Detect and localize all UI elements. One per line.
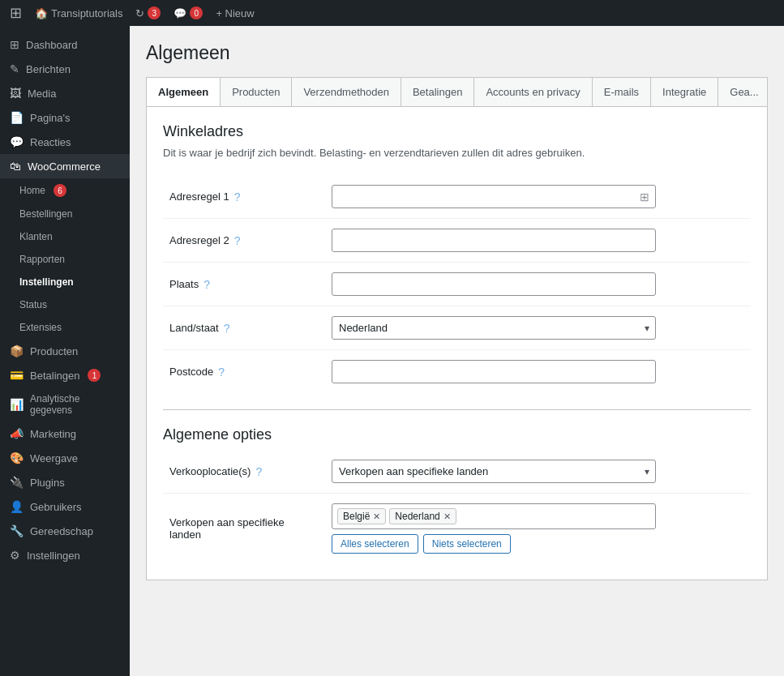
adminbar-updates-badge: 3 <box>148 6 161 19</box>
home-badge: 6 <box>54 184 66 197</box>
gebruikers-icon: 👤 <box>10 500 24 513</box>
plaats-help-icon[interactable]: ? <box>203 278 210 291</box>
winkeladres-table: Adresregel 1 ? ⊞ Adresregel 2 <box>163 175 751 393</box>
sidebar-submenu-status[interactable]: Status <box>0 293 130 316</box>
tab-producten[interactable]: Producten <box>221 78 292 106</box>
sidebar-item-label: Producten <box>30 345 78 357</box>
adminbar-updates[interactable]: ↻ 3 <box>135 6 161 19</box>
opties-title: Algemene opties <box>163 426 751 443</box>
wp-logo-icon[interactable]: ⊞ <box>10 4 22 22</box>
sidebar-item-gereedschap[interactable]: 🔧 Gereedschap <box>0 519 130 543</box>
verkooplocaties-select-wrapper: Verkopen aan specifieke landen Verkopen … <box>332 460 656 483</box>
adminbar-new[interactable]: + Nieuw <box>216 7 254 19</box>
sidebar-submenu-label: Bestellingen <box>19 208 72 220</box>
weergave-icon: 🎨 <box>10 451 24 464</box>
sidebar: ⊞ Dashboard ✎ Berichten 🖼 Media 📄 Pagina… <box>0 26 130 676</box>
sidebar-submenu-extensies[interactable]: Extensies <box>0 316 130 339</box>
sidebar-item-label: Instellingen <box>27 550 80 562</box>
sidebar-item-label: Gebruikers <box>30 501 82 513</box>
settings-panel: Winkeladres Dit is waar je bedrijf zich … <box>146 106 768 580</box>
sidebar-item-media[interactable]: 🖼 Media <box>0 81 130 105</box>
tag-belgie-remove[interactable]: ✕ <box>373 511 380 522</box>
sidebar-item-woocommerce[interactable]: 🛍 WooCommerce <box>0 154 130 178</box>
sidebar-submenu-instellingen[interactable]: Instellingen <box>0 271 130 293</box>
adresregel2-input[interactable] <box>332 229 656 252</box>
adresregel2-help-icon[interactable]: ? <box>234 234 241 247</box>
tab-integratie[interactable]: Integratie <box>651 78 718 106</box>
page-title: Algemeen <box>146 42 768 64</box>
adresregel1-input-wrapper: ⊞ <box>332 185 656 208</box>
verkopen-landen-row: Verkopen aan specifieke landen België ✕ … <box>163 494 751 564</box>
sidebar-item-analytische[interactable]: 📊 Analytische gegevens <box>0 387 130 421</box>
section-divider <box>163 409 751 410</box>
tab-betalingen[interactable]: Betalingen <box>401 78 474 106</box>
landen-tags-container[interactable]: België ✕ Nederland ✕ <box>332 503 656 529</box>
sidebar-item-reacties[interactable]: 💬 Reacties <box>0 130 130 154</box>
reacties-icon: 💬 <box>10 135 24 148</box>
betalingen-badge: 1 <box>88 369 101 382</box>
sidebar-item-marketing[interactable]: 📣 Marketing <box>0 421 130 446</box>
sidebar-submenu-label: Rapporten <box>19 254 65 265</box>
berichten-icon: ✎ <box>10 62 19 75</box>
woocommerce-submenu: Home 6 Bestellingen Klanten Rapporten In… <box>0 178 130 339</box>
adresregel2-label: Adresregel 2 <box>169 234 229 246</box>
sidebar-item-instellingen2[interactable]: ⚙ Instellingen <box>0 543 130 567</box>
adminbar-site[interactable]: 🏠 Transiptutorials <box>35 7 122 19</box>
adminbar-comments[interactable]: 💬 0 <box>174 6 203 19</box>
dashboard-icon: ⊞ <box>10 38 19 51</box>
verkooplocaties-help-icon[interactable]: ? <box>255 465 262 478</box>
adresregel2-row: Adresregel 2 ? <box>163 219 751 263</box>
sidebar-submenu-klanten[interactable]: Klanten <box>0 225 130 248</box>
sidebar-submenu-label: Status <box>19 299 47 310</box>
sidebar-item-gebruikers[interactable]: 👤 Gebruikers <box>0 494 130 519</box>
plaats-input[interactable] <box>332 272 656 296</box>
sidebar-item-label: Dashboard <box>26 39 78 51</box>
tag-nederland: Nederland ✕ <box>389 508 456 524</box>
sidebar-item-label: Marketing <box>30 428 76 440</box>
adresregel1-help-icon[interactable]: ? <box>234 190 241 203</box>
sidebar-item-dashboard[interactable]: ⊞ Dashboard <box>0 32 130 57</box>
sidebar-item-label: Analytische gegevens <box>30 393 120 416</box>
tag-nederland-label: Nederland <box>395 511 439 522</box>
landstaat-help-icon[interactable]: ? <box>224 322 230 335</box>
postcode-input[interactable] <box>332 360 656 383</box>
landstaat-select[interactable]: Nederland België Duitsland <box>332 316 656 340</box>
winkeladres-title: Winkeladres <box>163 123 751 140</box>
tab-geavanceerd[interactable]: Gea... <box>718 78 768 106</box>
gereedschap-icon: 🔧 <box>10 524 24 537</box>
sidebar-item-weergave[interactable]: 🎨 Weergave <box>0 446 130 470</box>
main-content: Algemeen Algemeen Producten Verzendmetho… <box>130 26 784 676</box>
sidebar-item-berichten[interactable]: ✎ Berichten <box>0 57 130 81</box>
verkooplocaties-select[interactable]: Verkopen aan specifieke landen Verkopen … <box>332 460 656 483</box>
sidebar-item-producten[interactable]: 📦 Producten <box>0 339 130 363</box>
sidebar-item-plugins[interactable]: 🔌 Plugins <box>0 470 130 494</box>
sidebar-submenu-home[interactable]: Home 6 <box>0 178 130 203</box>
marketing-icon: 📣 <box>10 427 24 440</box>
sidebar-submenu-rapporten[interactable]: Rapporten <box>0 248 130 271</box>
paginas-icon: 📄 <box>10 111 24 124</box>
landstaat-row: Land/staat ? Nederland België Duitsland … <box>163 306 751 350</box>
tab-accounts[interactable]: Accounts en privacy <box>474 78 592 106</box>
niets-selecteren-button[interactable]: Niets selecteren <box>423 534 511 554</box>
sidebar-item-label: Plugins <box>30 477 65 489</box>
sidebar-item-paginas[interactable]: 📄 Pagina's <box>0 105 130 130</box>
adresregel1-input[interactable] <box>332 185 656 208</box>
sidebar-submenu-label: Instellingen <box>19 276 74 288</box>
postcode-help-icon[interactable]: ? <box>218 366 225 379</box>
sidebar-item-label: WooCommerce <box>28 160 101 173</box>
sidebar-item-label: Gereedschap <box>30 525 93 537</box>
tag-nederland-remove[interactable]: ✕ <box>443 511 451 522</box>
postcode-label: Postcode <box>169 366 213 378</box>
tab-algemeen[interactable]: Algemeen <box>147 78 221 106</box>
sidebar-submenu-bestellingen[interactable]: Bestellingen <box>0 203 130 225</box>
tab-verzendmethoden[interactable]: Verzendmethoden <box>292 78 401 106</box>
adminbar-new-label: + Nieuw <box>216 7 254 19</box>
landstaat-select-wrapper: Nederland België Duitsland ▾ <box>332 316 656 340</box>
sidebar-item-label: Media <box>28 88 56 100</box>
alles-selecteren-button[interactable]: Alles selecteren <box>332 534 418 554</box>
sidebar-item-betalingen[interactable]: 💳 Betalingen 1 <box>0 363 130 387</box>
select-buttons: Alles selecteren Niets selecteren <box>332 534 744 554</box>
sidebar-item-label: Weergave <box>30 452 78 464</box>
tab-emails[interactable]: E-mails <box>593 78 651 106</box>
adminbar-comments-badge: 0 <box>190 6 203 19</box>
